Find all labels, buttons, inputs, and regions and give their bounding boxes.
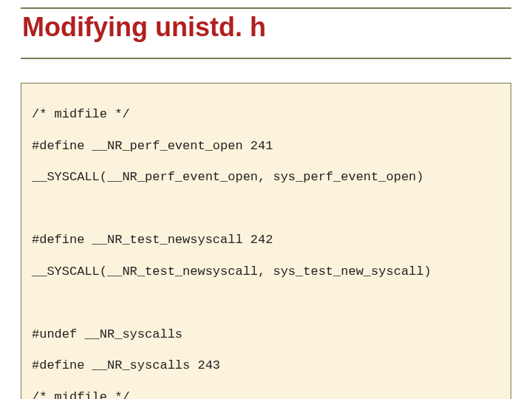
code-line: #define __NR_syscalls 243 — [32, 358, 500, 373]
code-block: /* midfile */ #define __NR_perf_event_op… — [21, 83, 511, 399]
code-blank-line — [32, 201, 500, 216]
slide-title: Modifying unistd. h — [21, 12, 511, 43]
code-line: __SYSCALL(__NR_perf_event_open, sys_perf… — [32, 169, 500, 185]
code-line: /* midfile */ — [32, 389, 500, 399]
slide: Modifying unistd. h /* midfile */ #defin… — [0, 0, 532, 399]
code-blank-line — [32, 295, 500, 310]
code-line: __SYSCALL(__NR_test_newsyscall, sys_test… — [32, 264, 500, 279]
title-container: Modifying unistd. h — [21, 7, 511, 59]
code-line: /* midfile */ — [32, 106, 500, 122]
code-line: #define __NR_test_newsyscall 242 — [32, 232, 500, 248]
code-line: #define __NR_perf_event_open 241 — [32, 138, 500, 154]
code-line: #undef __NR_syscalls — [32, 327, 500, 342]
